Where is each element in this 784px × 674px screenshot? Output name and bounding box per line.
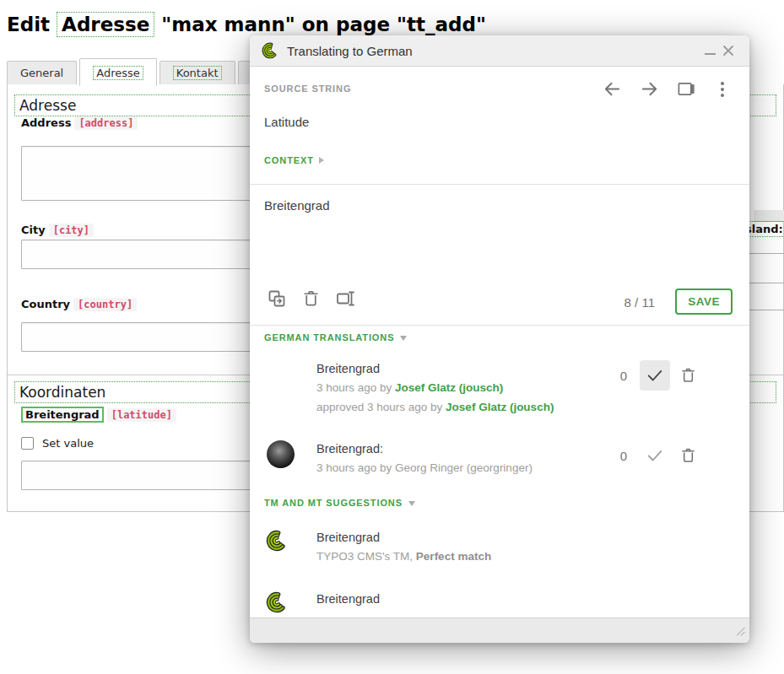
source-string-label: SOURCE STRING xyxy=(264,84,351,94)
translation-controls: 0 xyxy=(614,440,749,471)
trash-icon xyxy=(301,288,321,309)
minimize-icon xyxy=(705,53,716,55)
set-value-checkbox[interactable] xyxy=(21,437,34,450)
avatar-slot xyxy=(267,440,295,468)
approve-button[interactable] xyxy=(640,440,670,471)
copy-source-icon xyxy=(267,288,287,309)
latitude-field-label: Breitengrad[latitude] xyxy=(21,408,176,421)
tab-general[interactable]: General xyxy=(7,61,77,85)
avatar xyxy=(267,440,295,468)
side-panel-toggle-button[interactable] xyxy=(677,79,696,99)
vote-count: 0 xyxy=(614,449,633,463)
check-icon xyxy=(646,446,664,465)
close-icon xyxy=(722,44,735,57)
page-title-entity: Adresse xyxy=(57,12,154,37)
clear-translation-button[interactable] xyxy=(301,288,321,309)
select-text-button[interactable] xyxy=(335,288,357,309)
tab-kontakt[interactable]: Kontakt xyxy=(160,61,235,85)
right-column-input-fragment xyxy=(754,210,784,222)
vote-count: 0 xyxy=(614,369,633,383)
delete-translation-button[interactable] xyxy=(679,446,697,465)
translation-approval-meta: approved 3 hours ago by Josef Glatz (jou… xyxy=(316,397,614,417)
dialog-divider xyxy=(250,184,749,185)
suggestion-text: Breitengrad xyxy=(316,590,614,608)
dialog-footer xyxy=(250,617,749,643)
side-panel-icon xyxy=(677,79,696,99)
city-field-key: [city] xyxy=(49,224,94,237)
set-value-row: Set value xyxy=(21,437,94,450)
tm-suggestions-toggle[interactable]: TM AND MT SUGGESTIONS xyxy=(264,498,415,508)
dialog-header[interactable]: Translating to German xyxy=(250,35,749,67)
dialog-divider xyxy=(250,325,749,326)
more-options-button[interactable] xyxy=(714,80,731,99)
context-toggle[interactable]: CONTEXT xyxy=(264,155,324,165)
suggestion-logo-slot xyxy=(266,530,288,555)
copy-source-button[interactable] xyxy=(267,288,287,309)
crowdin-logo-icon xyxy=(266,591,288,613)
string-nav-toolbar xyxy=(603,79,731,99)
delete-translation-button[interactable] xyxy=(679,366,697,385)
german-translations-toggle[interactable]: GERMAN TRANSLATIONS xyxy=(264,332,407,342)
text-selection-icon xyxy=(335,288,357,309)
set-value-label: Set value xyxy=(42,437,94,450)
kebab-menu-icon xyxy=(714,80,731,99)
check-icon xyxy=(646,366,664,385)
caret-down-icon xyxy=(408,501,415,506)
crowdin-translation-dialog: Translating to German SOURCE STRING xyxy=(250,35,749,643)
address-field-key: [address] xyxy=(74,116,138,130)
approver-link[interactable]: Josef Glatz (jousch) xyxy=(446,401,554,413)
tab-adresse[interactable]: Adresse xyxy=(79,58,157,86)
latitude-field-key: [latitude] xyxy=(107,408,176,422)
author-link[interactable]: Josef Glatz (jousch) xyxy=(395,381,503,394)
crowdin-logo-icon xyxy=(266,530,288,552)
translation-entry-text: Breitengrad 3 hours ago by Josef Glatz (… xyxy=(316,360,614,417)
translation-meta: 3 hours ago by Josef Glatz (jousch) xyxy=(316,378,614,397)
next-string-button[interactable] xyxy=(640,79,659,99)
source-text: Latitude xyxy=(264,115,309,129)
avatar-slot xyxy=(267,360,295,388)
translation-meta: 3 hours ago by Georg Ringer (georgringer… xyxy=(316,458,614,477)
suggestion-text-block: Breitengrad xyxy=(316,590,614,608)
dialog-title: Translating to German xyxy=(287,44,700,58)
match-quality: Perfect match xyxy=(416,550,491,563)
suggestion-text-block: Breitengrad TYPO3 CMS's TM, Perfect matc… xyxy=(316,529,614,566)
suggestion-source: TYPO3 CMS's TM, Perfect match xyxy=(316,547,614,566)
resize-handle-icon[interactable] xyxy=(736,624,745,639)
caret-right-icon xyxy=(319,157,324,164)
edit-toolbar xyxy=(267,288,357,309)
trash-icon xyxy=(679,366,697,385)
address-field-label: Address[address] xyxy=(21,116,138,129)
caret-down-icon xyxy=(400,336,407,341)
minimize-button[interactable] xyxy=(700,41,719,60)
city-field-label: City[city] xyxy=(21,224,94,236)
page-title-prefix: Edit xyxy=(7,13,50,35)
close-button[interactable] xyxy=(719,41,738,60)
translation-text: Breitengrad: xyxy=(316,440,614,458)
save-button[interactable]: SAVE xyxy=(675,288,733,315)
translation-entry[interactable]: Breitengrad: 3 hours ago by Georg Ringer… xyxy=(250,440,749,483)
crowdin-logo-icon xyxy=(262,42,278,59)
suggestion-logo-slot xyxy=(266,591,288,617)
approve-button[interactable] xyxy=(640,360,670,391)
translation-controls: 0 xyxy=(614,360,749,391)
arrow-left-icon xyxy=(603,79,622,99)
latitude-highlighted-string[interactable]: Breitengrad xyxy=(21,407,104,423)
translation-text: Breitengrad xyxy=(316,360,614,378)
country-field-label: Country[country] xyxy=(21,298,137,310)
tm-suggestion[interactable]: Breitengrad TYPO3 CMS's TM, Perfect matc… xyxy=(250,529,749,571)
arrow-right-icon xyxy=(640,79,659,99)
suggestion-text: Breitengrad xyxy=(316,529,614,547)
char-counter: 8 / 11 xyxy=(624,295,655,310)
previous-string-button[interactable] xyxy=(603,79,622,99)
page-title-suffix: "max mann" on page "tt_add" xyxy=(161,13,486,35)
translation-entry[interactable]: Breitengrad 3 hours ago by Josef Glatz (… xyxy=(250,360,749,419)
trash-icon xyxy=(679,446,697,465)
country-field-key: [country] xyxy=(73,298,137,311)
translation-entry-text: Breitengrad: 3 hours ago by Georg Ringer… xyxy=(316,440,614,477)
page-title: Edit Adresse "max mann" on page "tt_add" xyxy=(7,13,486,35)
